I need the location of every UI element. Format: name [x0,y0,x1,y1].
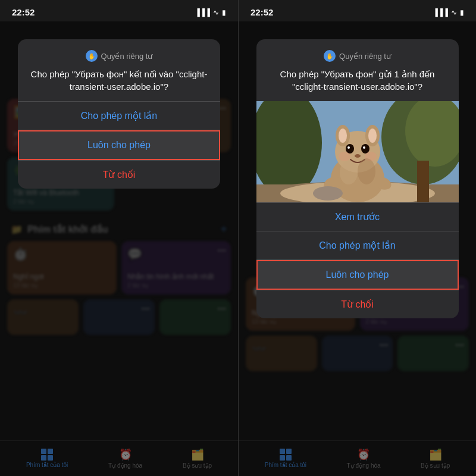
signal-icon: ▐▐▐ [195,8,210,17]
dialog-header-right: ✋ Quyền riêng tư Cho phép "Убрать фон" g… [256,39,459,101]
svg-point-12 [368,129,377,143]
status-time: 22:52 [12,7,35,17]
photo-container [256,101,459,202]
dialog-header: ✋ Quyền riêng tư Cho phép "Убрать фон" k… [18,39,220,101]
left-phone-screen: 🖼️ Убрать фон 25 tác vụ ••• 🎵 TikTok 41 … [0,0,238,476]
deny-button[interactable]: Từ chối [18,161,220,189]
svg-point-14 [361,144,369,154]
svg-point-11 [339,129,347,143]
signal-icon: ▐▐▐ [433,8,448,17]
wifi-icon: ∿ [213,8,219,17]
dialog-title: Cho phép "Убрать фон" kết nối vào "cclig… [30,68,208,93]
svg-point-25 [313,186,343,201]
status-icons: ▐▐▐ ∿ ▮ [195,8,226,17]
dialog-box-photo: ✋ Quyền riêng tư Cho phép "Убрать фон" g… [256,39,459,318]
svg-rect-24 [417,161,429,202]
privacy-icon: ✋ [86,50,98,62]
dialog-box: ✋ Quyền riêng tư Cho phép "Убрать фон" k… [18,39,220,189]
status-time-right: 22:52 [250,7,273,17]
deny-button-right[interactable]: Từ chối [256,290,459,318]
svg-point-20 [340,161,358,184]
privacy-label-text-right: Quyền riêng tư [339,52,391,61]
svg-point-18 [339,152,350,161]
svg-point-17 [355,154,361,158]
privacy-label-row: ✋ Quyền riêng tư [30,50,208,62]
right-phone-screen: ⏱️ Nghỉ ngơi 13 tác vụ 💬 Nhắn tin hình ả… [238,0,476,476]
always-allow-button[interactable]: Luôn cho phép [18,130,220,160]
quokka-image [256,101,459,202]
svg-point-16 [363,146,365,149]
battery-icon: ▮ [222,8,226,17]
status-icons-right: ▐▐▐ ∿ ▮ [433,8,464,17]
privacy-label-row-right: ✋ Quyền riêng tư [268,50,447,62]
battery-icon: ▮ [460,8,464,17]
dialog-overlay: ✋ Quyền riêng tư Cho phép "Убрать фон" k… [0,21,238,476]
allow-once-button-right[interactable]: Cho phép một lần [256,231,459,259]
dialog-overlay-right: ✋ Quyền riêng tư Cho phép "Убрать фон" g… [239,21,476,476]
status-bar: 22:52 ▐▐▐ ∿ ▮ [0,0,238,21]
preview-button[interactable]: Xem trước [256,203,459,231]
svg-point-15 [347,146,350,149]
wifi-icon: ∿ [451,8,457,17]
dialog-title-right: Cho phép "Убрать фон" gửi 1 ảnh đến "ccl… [268,68,447,93]
always-allow-button-right[interactable]: Luôn cho phép [256,260,459,290]
svg-point-13 [346,144,354,154]
privacy-icon-right: ✋ [324,50,336,62]
allow-once-button[interactable]: Cho phép một lần [18,102,220,130]
svg-point-21 [358,158,375,184]
status-bar-right: 22:52 ▐▐▐ ∿ ▮ [239,0,476,21]
privacy-label-text: Quyền riêng tư [101,52,153,61]
